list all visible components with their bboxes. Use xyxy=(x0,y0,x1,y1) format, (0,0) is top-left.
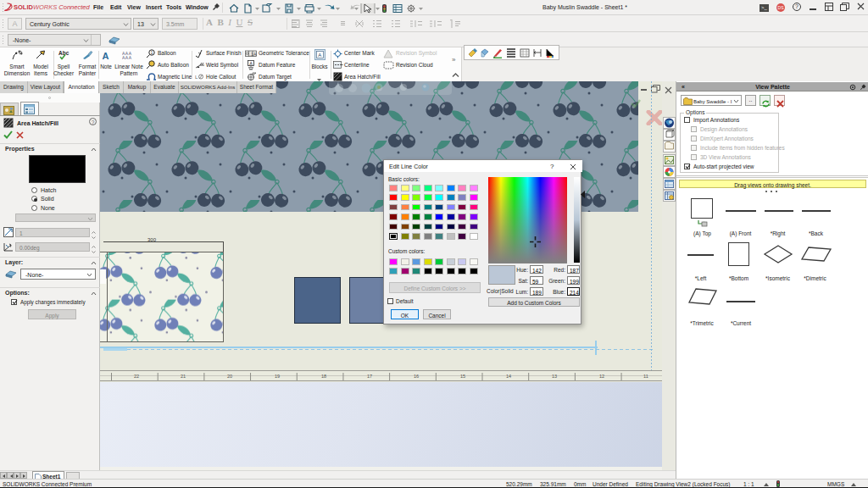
svg-text:Abc: Abc xyxy=(58,50,70,56)
svg-text:A: A xyxy=(103,51,109,61)
svg-text:A: A xyxy=(318,53,321,58)
svg-text:L: L xyxy=(195,75,198,80)
svg-text:1: 1 xyxy=(151,51,153,55)
svg-text:A: A xyxy=(249,61,253,66)
svg-text:AAA: AAA xyxy=(122,55,132,60)
